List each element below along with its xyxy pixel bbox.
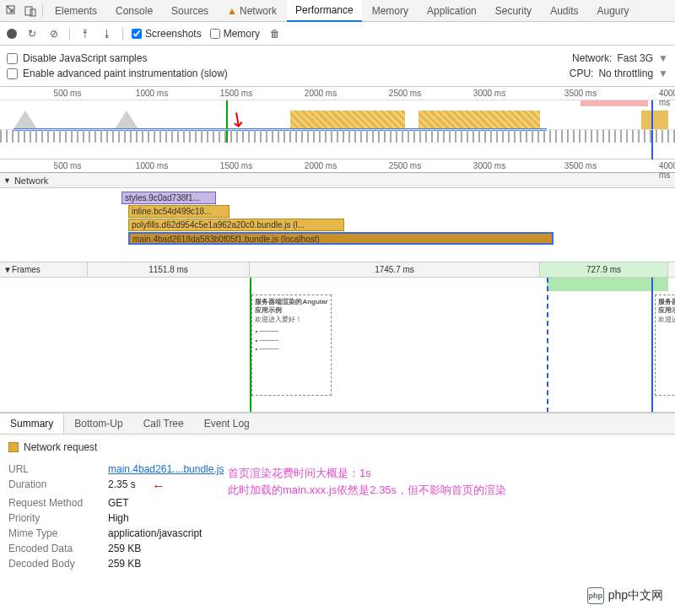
frame-load-line — [651, 278, 653, 413]
warning-icon: ▲ — [227, 5, 237, 17]
duration-key: Duration — [8, 478, 101, 494]
enable-paint-input[interactable] — [7, 68, 18, 79]
device-icon[interactable] — [22, 3, 39, 19]
cpu-value: No throttling — [598, 68, 653, 79]
details-tabstrip: Summary Bottom-Up Call Tree Event Log — [0, 413, 675, 435]
annotation-line: 首页渲染花费时间大概是：1s — [228, 465, 506, 482]
thumb-sub: 欢迎进入爱好！ — [658, 316, 675, 324]
enable-paint-checkbox[interactable]: Enable advanced paint instrumentation (s… — [7, 68, 228, 79]
overview-activity — [290, 111, 405, 129]
network-request-bar[interactable]: inline.bc54d499c18... — [128, 205, 230, 218]
annotation-arrow-icon: ← — [152, 478, 165, 494]
network-section-header[interactable]: ▼Network — [0, 173, 675, 188]
encoded-value: 259 KB — [108, 543, 141, 554]
enable-paint-label: Enable advanced paint instrumentation (s… — [23, 68, 228, 79]
chevron-down-icon: ▼ — [658, 52, 668, 64]
annotation-line: 此时加载的main.xxx.js依然是2.35s，但不影响首页的渲染 — [228, 482, 506, 499]
tab-bottomup[interactable]: Bottom-Up — [64, 413, 132, 434]
frame-screenshot: 服务器端渲染的Angular应用示例 欢迎进入爱好！ — [655, 294, 675, 396]
network-section-label: Network — [14, 176, 48, 186]
thumb-title: 服务器端渲染的Angular应用示例 — [255, 298, 328, 316]
load-profile-icon[interactable]: ⭱ — [78, 27, 92, 41]
overview-shape — [14, 111, 37, 129]
disable-js-label: Disable JavaScript samples — [23, 52, 147, 64]
memory-input[interactable] — [210, 29, 220, 39]
frames-section-header[interactable]: ▼Frames 1151.8 ms 1745.7 ms 727.9 ms — [0, 262, 675, 278]
thumb-title: 服务器端渲染的Angular应用示例 — [658, 298, 675, 316]
disable-js-input[interactable] — [7, 53, 18, 64]
overview-activity — [418, 111, 540, 129]
perf-options: Disable JavaScript samples Network:Fast … — [0, 46, 675, 87]
mime-key: Mime Type — [8, 527, 101, 539]
watermark-text: php中文网 — [608, 588, 663, 603]
frames-section-label: Frames — [12, 265, 40, 274]
record-button[interactable] — [7, 29, 17, 39]
decoded-key: Decoded Body — [8, 558, 101, 570]
overview-screenshots-strip — [0, 129, 675, 143]
network-request-bar[interactable]: styles.9c0ad738f1... — [122, 192, 216, 204]
tab-calltree[interactable]: Call Tree — [133, 413, 194, 434]
url-link[interactable]: main.4bad261....bundle.js — [108, 463, 224, 475]
tab-security[interactable]: Security — [487, 1, 540, 21]
memory-label: Memory — [224, 28, 260, 40]
mime-value: application/javascript — [108, 527, 202, 539]
frame-time: 727.9 ms — [540, 262, 668, 277]
tab-audits[interactable]: Audits — [542, 1, 586, 21]
svg-rect-1 — [25, 7, 32, 15]
network-lane[interactable]: styles.9c0ad738f1...inline.bc54d499c18..… — [0, 188, 675, 262]
encoded-key: Encoded Data — [8, 543, 101, 554]
duration-value: 2.35 s — [108, 478, 136, 494]
tab-sources[interactable]: Sources — [163, 1, 217, 21]
summary-panel: Network request URLmain.4bad261....bundl… — [0, 435, 675, 578]
screenshots-checkbox[interactable]: Screenshots — [132, 28, 202, 40]
tab-console[interactable]: Console — [107, 1, 161, 21]
tab-summary[interactable]: Summary — [0, 413, 64, 434]
tab-network-label: Network — [240, 5, 277, 17]
watermark: php php中文网 — [587, 587, 663, 604]
gc-icon[interactable]: 🗑 — [268, 27, 282, 41]
frame-time: 1151.8 ms — [88, 262, 250, 277]
overview-activity — [641, 111, 668, 129]
method-value: GET — [108, 497, 129, 509]
reload-button[interactable]: ↻ — [25, 27, 39, 41]
screenshots-input[interactable] — [132, 29, 142, 39]
cpu-throttle[interactable]: CPU:No throttling▼ — [570, 68, 668, 79]
collapse-icon: ▼ — [3, 265, 12, 274]
frame-green-bar — [547, 278, 668, 291]
main-ruler: 500 ms1000 ms1500 ms2000 ms2500 ms3000 m… — [0, 159, 675, 173]
collapse-icon: ▼ — [3, 176, 11, 185]
overview-long-task — [580, 100, 648, 106]
overview-lane: ↘ — [0, 100, 675, 143]
timeline-overview[interactable]: 500 ms1000 ms1500 ms2000 ms2500 ms3000 m… — [0, 87, 675, 159]
separator — [69, 27, 70, 41]
method-key: Request Method — [8, 497, 101, 509]
save-profile-icon[interactable]: ⭳ — [100, 27, 114, 41]
network-value: Fast 3G — [617, 52, 653, 64]
network-request-bar[interactable]: main.4bad2618da583b0f05f1.bundle.js (loc… — [128, 232, 554, 245]
tab-augury[interactable]: Augury — [588, 1, 637, 21]
tab-network[interactable]: ▲Network — [219, 1, 285, 21]
frame-time: 1745.7 ms — [250, 262, 540, 277]
inspect-icon[interactable] — [3, 3, 20, 19]
tab-elements[interactable]: Elements — [46, 1, 105, 21]
frame-dashed-line — [547, 278, 548, 413]
overview-ruler: 500 ms1000 ms1500 ms2000 ms2500 ms3000 m… — [0, 87, 675, 100]
user-annotation: 首页渲染花费时间大概是：1s 此时加载的main.xxx.js依然是2.35s，… — [228, 465, 506, 498]
tab-application[interactable]: Application — [418, 1, 485, 21]
devtools-tabstrip: Elements Console Sources ▲Network Perfor… — [0, 0, 675, 22]
network-throttle[interactable]: Network:Fast 3G▼ — [572, 52, 668, 64]
tab-memory[interactable]: Memory — [364, 1, 417, 21]
memory-checkbox[interactable]: Memory — [210, 28, 260, 40]
watermark-logo-icon: php — [587, 587, 604, 604]
network-request-bar[interactable]: polyfills.d62d954c5e1a962a20c0.bundle.js… — [128, 219, 344, 231]
overview-shape — [115, 111, 138, 129]
screenshots-label: Screenshots — [145, 28, 202, 40]
separator — [42, 4, 43, 18]
disable-js-checkbox[interactable]: Disable JavaScript samples — [7, 52, 147, 64]
clear-button[interactable]: ⊘ — [47, 27, 61, 41]
perf-toolbar: ↻ ⊘ ⭱ ⭳ Screenshots Memory 🗑 — [0, 22, 675, 46]
tab-performance[interactable]: Performance — [287, 0, 362, 22]
tab-eventlog[interactable]: Event Log — [194, 413, 260, 434]
frames-lane[interactable]: 服务器端渲染的Angular应用示例 欢迎进入爱好！ • ────• ────•… — [0, 278, 675, 413]
decoded-value: 259 KB — [108, 558, 141, 570]
